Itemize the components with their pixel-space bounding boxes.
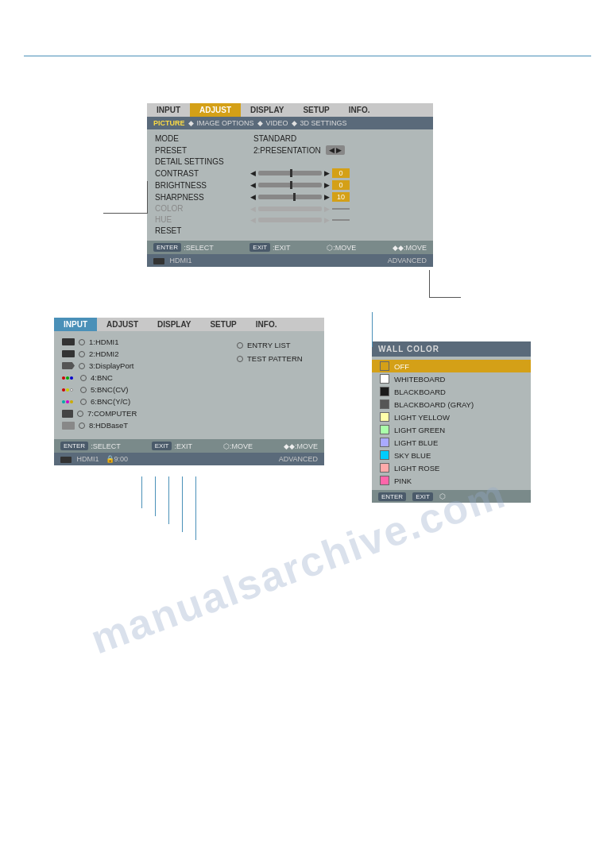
wc-item-light-green[interactable]: LIGHT GREEN: [372, 423, 531, 436]
option-label-entry-list[interactable]: ENTRY LIST: [247, 341, 291, 349]
input-item-bnc[interactable]: 4:BNC: [62, 373, 229, 382]
sharpness-thumb[interactable]: [293, 193, 296, 201]
contrast-thumb[interactable]: [290, 169, 292, 177]
contrast-track[interactable]: [258, 171, 322, 176]
wc-footer-enter[interactable]: ENTER: [378, 492, 406, 500]
wc-item-light-rose[interactable]: LIGHT ROSE: [372, 461, 531, 474]
tab-setup-upper[interactable]: SETUP: [293, 103, 338, 117]
upper-submenu: PICTURE ◆ IMAGE OPTIONS ◆ VIDEO ◆ 3D SET…: [147, 117, 433, 129]
submenu-video[interactable]: VIDEO: [266, 119, 288, 127]
wc-item-pink[interactable]: PINK: [372, 474, 531, 487]
tab-info-upper[interactable]: INFO.: [339, 103, 380, 117]
wall-color-title: WALL COLOR: [378, 345, 439, 353]
color-slider: ◀ ▶: [250, 205, 350, 213]
input-item-hdbase[interactable]: 8:HDBaseT: [62, 421, 229, 430]
brightness-track[interactable]: [258, 183, 322, 187]
input-item-computer[interactable]: 7:COMPUTER: [62, 409, 229, 418]
brightness-slider[interactable]: ◀ ▶ 0: [250, 180, 350, 190]
sharpness-slider[interactable]: ◀ ▶ 10: [250, 192, 350, 202]
callout-line-2: [103, 213, 148, 214]
option-test-pattern[interactable]: TEST PATTERN: [237, 354, 316, 363]
sharpness-row: SHARPNESS ◀ ▶ 10: [155, 192, 425, 202]
wc-label-blackboard-gray[interactable]: BLACKBOARD (GRAY): [394, 400, 474, 409]
submenu-picture[interactable]: PICTURE: [153, 119, 185, 127]
tab-input-lower[interactable]: INPUT: [54, 318, 97, 331]
input-label-hdmi1[interactable]: 1:HDMI1: [89, 338, 118, 346]
wc-footer-exit[interactable]: EXIT: [412, 492, 433, 500]
wc-item-light-blue[interactable]: LIGHT BLUE: [372, 436, 531, 449]
wc-label-blackboard[interactable]: BLACKBOARD: [394, 388, 446, 396]
detail-settings-row[interactable]: DETAIL SETTINGS: [155, 157, 425, 166]
tab-adjust-lower[interactable]: ADJUST: [97, 318, 148, 331]
footer-exit: EXIT :EXIT: [249, 243, 290, 252]
input-label-computer[interactable]: 7:COMPUTER: [87, 409, 137, 418]
bnccv-dot-y: [66, 388, 69, 392]
wc-item-blackboard-gray[interactable]: BLACKBOARD (GRAY): [372, 398, 531, 411]
connector-line-1: [141, 476, 142, 508]
submenu-image-options[interactable]: IMAGE OPTIONS: [197, 119, 254, 127]
input-item-bnccv[interactable]: 5:BNC(CV): [62, 385, 229, 394]
submenu-sep1: ◆: [188, 119, 194, 127]
input-label-bnc[interactable]: 4:BNC: [91, 373, 113, 382]
tab-setup-lower[interactable]: SETUP: [200, 318, 246, 331]
input-label-hdbase[interactable]: 8:HDBaseT: [89, 421, 128, 430]
hue-slider: ◀ ▶: [250, 216, 350, 224]
reset-row[interactable]: RESET: [155, 226, 425, 235]
wc-item-light-yellow[interactable]: LIGHT YELLOW: [372, 411, 531, 423]
tab-display-upper[interactable]: DISPLAY: [241, 103, 293, 117]
tab-input-upper[interactable]: INPUT: [147, 103, 190, 117]
wc-label-light-green[interactable]: LIGHT GREEN: [394, 426, 445, 434]
wc-label-light-rose[interactable]: LIGHT ROSE: [394, 464, 439, 473]
input-item-bncyc[interactable]: 6:BNC(Y/C): [62, 397, 229, 406]
sharpness-left-arrow[interactable]: ◀: [250, 193, 256, 201]
wc-label-whiteboard[interactable]: WHITEBOARD: [394, 375, 445, 384]
brightness-left-arrow[interactable]: ◀: [250, 181, 256, 189]
submenu-3d[interactable]: 3D SETTINGS: [300, 119, 347, 127]
wc-label-off[interactable]: OFF: [394, 362, 409, 371]
reset-label[interactable]: RESET: [155, 226, 250, 235]
wc-item-sky-blue[interactable]: SKY BLUE: [372, 449, 531, 461]
contrast-right-arrow[interactable]: ▶: [324, 169, 330, 177]
wc-label-pink[interactable]: PINK: [394, 476, 412, 485]
input-item-hdmi2[interactable]: 2:HDMI2: [62, 349, 229, 358]
input-label-bnccv[interactable]: 5:BNC(CV): [91, 385, 129, 394]
input-item-dp[interactable]: 3:DisplayPort: [62, 361, 229, 370]
input-label-dp[interactable]: 3:DisplayPort: [89, 361, 134, 370]
icon-bnc: [62, 376, 76, 380]
brightness-thumb[interactable]: [290, 181, 292, 189]
connector-line-4: [182, 476, 183, 532]
wc-item-blackboard[interactable]: BLACKBOARD: [372, 385, 531, 398]
contrast-left-arrow[interactable]: ◀: [250, 169, 256, 177]
input-label-hdmi2[interactable]: 2:HDMI2: [89, 349, 118, 358]
option-entry-list[interactable]: ENTRY LIST: [237, 341, 316, 349]
wc-item-off[interactable]: OFF: [372, 360, 531, 372]
preset-arrow-left[interactable]: ◀: [329, 146, 335, 154]
contrast-slider[interactable]: ◀ ▶ 0: [250, 168, 350, 178]
icon-bncyc: [62, 400, 76, 403]
sharpness-right-arrow[interactable]: ▶: [324, 193, 330, 201]
option-label-test-pattern[interactable]: TEST PATTERN: [247, 354, 303, 363]
wc-item-whiteboard[interactable]: WHITEBOARD: [372, 372, 531, 385]
detail-settings-label[interactable]: DETAIL SETTINGS: [155, 157, 250, 166]
sharpness-label: SHARPNESS: [155, 193, 250, 202]
tab-info-lower[interactable]: INFO.: [246, 318, 287, 331]
input-label-bncyc[interactable]: 6:BNC(Y/C): [91, 397, 130, 406]
upper-adjust-menu: INPUT ADJUST DISPLAY SETUP INFO. PICTURE…: [147, 103, 433, 267]
upper-menu-body: MODE STANDARD PRESET 2:PRESENTATION ◀ ▶ …: [147, 129, 433, 241]
footer-enter-action: :SELECT: [184, 244, 214, 252]
sharpness-track[interactable]: [258, 195, 322, 199]
mode-row: MODE STANDARD: [155, 134, 425, 143]
input-item-hdmi1[interactable]: 1:HDMI1: [62, 338, 229, 346]
wall-color-menu: WALL COLOR OFF WHITEBOARD BLACKBOARD BLA…: [372, 341, 531, 503]
brightness-right-arrow[interactable]: ▶: [324, 181, 330, 189]
footer-move: ⬡:MOVE: [327, 244, 356, 252]
tab-adjust-upper[interactable]: ADJUST: [190, 103, 241, 117]
preset-arrow-right[interactable]: ▶: [336, 146, 342, 154]
lower-hdmi-icon: [60, 457, 72, 463]
preset-arrows[interactable]: ◀ ▶: [326, 145, 345, 155]
wc-label-light-yellow[interactable]: LIGHT YELLOW: [394, 413, 450, 422]
wc-label-sky-blue[interactable]: SKY BLUE: [394, 451, 431, 460]
wc-label-light-blue[interactable]: LIGHT BLUE: [394, 438, 438, 447]
color-track: [258, 206, 322, 211]
tab-display-lower[interactable]: DISPLAY: [148, 318, 200, 331]
